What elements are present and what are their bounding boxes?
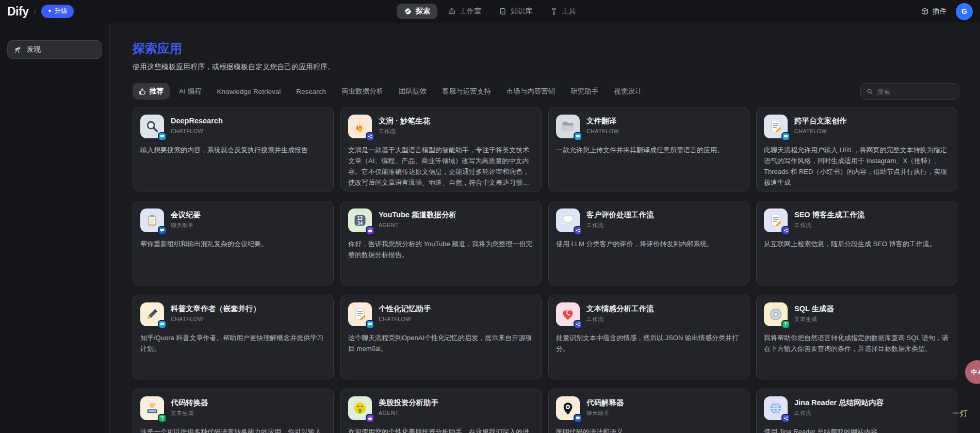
app-card-description: 输入想要搜索的内容，系统就会反复执行搜索并生成报告 [140, 145, 326, 155]
app-card-description: 知乎/Quora 科普文章作者。帮助用户更快理解概念并提供学习计划。 [140, 332, 326, 354]
app-card-title: SQL 生成器 [794, 304, 834, 313]
filter-tab[interactable]: 研究助手 [564, 83, 605, 100]
page-body: 发现 探索应用 使用这些模板应用程序，或根据模板自定义您自己的应用程序。 推荐 … [0, 23, 980, 433]
app-icon [348, 302, 372, 326]
app-card-title: 客户评价处理工作流 [586, 210, 654, 219]
app-card-type: 工作流 [379, 128, 430, 135]
app-card[interactable]: 文件翻译 CHATFLOW 一款允许您上传文件并将其翻译成任意所需语言的应用。 [548, 107, 749, 191]
topnav-item-探索[interactable]: 探索 [397, 4, 437, 19]
app-type-badge-icon [781, 132, 790, 141]
app-card[interactable]: 代码解释器 聊天助手 阐明代码的语法和语义。 [548, 389, 749, 433]
app-type-badge-icon [574, 226, 582, 235]
app-type-badge-icon [781, 320, 790, 329]
app-type-badge-icon [158, 320, 167, 329]
sidebar-item-discover[interactable]: 发现 [7, 40, 102, 59]
nav-icon [499, 7, 507, 15]
app-card-title: YouTube 频道数据分析 [379, 210, 456, 219]
filter-tab[interactable]: 推荐 [133, 83, 170, 100]
app-card-description: 批量识别文本中蕴含的情感，然后以 JSON 输出情感分类并打分。 [556, 332, 742, 354]
thumb-up-icon [139, 88, 146, 95]
app-card-type: 文本生成 [794, 316, 834, 323]
filter-tabs: 推荐 AI 编程 Knowledge Retrieval Research 商业… [133, 83, 648, 100]
app-card[interactable]: Jina Reader 总结网站内容 工作流 使用 Jina Reader 总结… [756, 389, 957, 433]
app-card[interactable]: 文润 · 妙笔生花 工作流 文润是一款基于大型语言模型的智能助手，专注于将英文技… [340, 107, 542, 191]
app-card-description: 帮你重新组织和输出混乱复杂的会议纪要。 [140, 238, 326, 249]
app-icon [140, 302, 164, 326]
filter-tab[interactable]: AI 编程 [173, 83, 208, 100]
search-box [860, 83, 959, 100]
plugins-label: 插件 [933, 7, 946, 16]
app-icon [556, 209, 580, 232]
page-subtitle: 使用这些模板应用程序，或根据模板自定义您自己的应用程序。 [133, 62, 959, 72]
sidebar: 发现 [0, 23, 110, 433]
app-type-badge-icon [366, 132, 374, 141]
app-icon [140, 209, 164, 232]
filter-tab[interactable]: 市场与内容营销 [500, 83, 562, 100]
app-card-title: 代码解释器 [586, 398, 624, 407]
app-card-description: 此聊天流程允许用户输入 URL，将网页的完整文本转换为指定语气的写作风格，同时生… [764, 145, 950, 188]
filter-tab[interactable]: 团队提效 [393, 83, 433, 100]
app-card-description: 一款允许您上传文件并将其翻译成任意所需语言的应用。 [556, 145, 742, 155]
upgrade-button[interactable]: ✦ 升级 [41, 5, 74, 18]
app-icon: 1234 [348, 209, 372, 232]
app-card[interactable]: DeepResearch CHATFLOW 输入想要搜索的内容，系统就会反复执行… [133, 107, 334, 191]
app-type-badge-icon [366, 414, 374, 423]
topnav-item-工具[interactable]: 工具 [543, 4, 583, 19]
app-card-title: Jina Reader 总结网站内容 [794, 398, 884, 407]
app-card[interactable]: 文本情感分析工作流 工作流 批量识别文本中蕴含的情感，然后以 JSON 输出情感… [548, 295, 749, 379]
app-card-description: 欢迎使用您的个性化美股投资分析助手，在这里我们深入的进行股票分析，为您提供全面的… [348, 426, 534, 433]
app-icon [140, 115, 164, 138]
filter-tab[interactable]: 视觉设计 [608, 83, 648, 100]
app-card-description: 使用 Jina Reader 总结爬取的网站内容。 [764, 426, 950, 433]
logo-divider: / [34, 7, 36, 16]
filter-row: 推荐 AI 编程 Knowledge Retrieval Research 商业… [133, 83, 959, 100]
app-type-badge-icon [574, 132, 582, 141]
topnav-item-知识库[interactable]: 知识库 [492, 4, 540, 19]
topnav-item-工作室[interactable]: 工作室 [440, 4, 488, 19]
app-card-description: 这是一个可以提供多种代码语言转换能力的应用，你可以输入你希望转换的代码片段，选择… [140, 426, 326, 433]
sidebar-item-label: 发现 [27, 45, 41, 54]
app-card-title: 会议纪要 [171, 210, 201, 219]
app-card[interactable]: 1234 YouTube 频道数据分析 AGENT 你好，告诉我您想分析的 Yo… [340, 201, 542, 285]
nav-icon [550, 7, 558, 15]
app-type-badge-icon [366, 320, 374, 329]
app-card-type: AGENT [379, 410, 438, 416]
app-type-badge-icon [781, 226, 790, 235]
dify-explore-page: Dify / ✦ 升级 探索 工作室 知识库 工具 插件 G [0, 0, 980, 433]
app-type-badge-icon [366, 226, 374, 235]
app-card-title: 代码转换器 [171, 398, 208, 407]
avatar[interactable]: G [956, 3, 973, 20]
filter-tab[interactable]: 客服与运营支持 [436, 83, 497, 100]
app-card-description: 我将帮助你把自然语言转化成指定的数据库查询 SQL 语句，请在下方输入你需要查询… [764, 332, 950, 354]
app-card-type: AGENT [379, 222, 456, 228]
app-type-badge-icon [574, 320, 582, 329]
app-card[interactable]: 科普文章作者（嵌套并行） CHATFLOW 知乎/Quora 科普文章作者。帮助… [133, 295, 334, 379]
app-card-type: CHATFLOW [794, 128, 847, 134]
app-card-description: 这个聊天流程受到OpenAI个性化记忆的启发，提示来自开源项目 mem0ai。 [348, 332, 534, 354]
search-input[interactable] [877, 88, 954, 95]
app-card[interactable]: 个性化记忆助手 CHATFLOW 这个聊天流程受到OpenAI个性化记忆的启发，… [340, 295, 542, 379]
app-card-type: 工作流 [794, 222, 864, 229]
app-card-type: 文本生成 [171, 410, 208, 417]
page-title: 探索应用 [133, 40, 959, 57]
plugins-button[interactable]: 插件 [921, 7, 946, 16]
filter-tab[interactable]: Knowledge Retrieval [211, 84, 287, 99]
app-card[interactable]: 美股投资分析助手 AGENT 欢迎使用您的个性化美股投资分析助手，在这里我们深入… [340, 389, 542, 433]
app-card-title: 文本情感分析工作流 [586, 304, 654, 313]
app-icon [556, 115, 580, 138]
app-card-type: CHATFLOW [379, 316, 431, 322]
app-icon [764, 209, 788, 232]
app-type-badge-icon [781, 414, 790, 423]
app-card[interactable]: 跨平台文案创作 CHATFLOW 此聊天流程允许用户输入 URL，将网页的完整文… [756, 107, 957, 191]
app-card-title: 美股投资分析助手 [379, 398, 438, 407]
app-card[interactable]: 代码转换器 文本生成 这是一个可以提供多种代码语言转换能力的应用，你可以输入你希… [133, 389, 334, 433]
filter-tab[interactable]: 商业数据分析 [335, 83, 389, 100]
app-card[interactable]: SQL 生成器 文本生成 我将帮助你把自然语言转化成指定的数据库查询 SQL 语… [756, 295, 957, 379]
app-card[interactable]: 会议纪要 聊天助手 帮你重新组织和输出混乱复杂的会议纪要。 [133, 201, 334, 285]
app-card-title: 跨平台文案创作 [794, 116, 847, 125]
filter-tab[interactable]: Research [290, 84, 332, 99]
app-card-type: 聊天助手 [171, 222, 201, 229]
app-card[interactable]: 客户评价处理工作流 工作流 使用 LLM 分类客户的评价，将评价转发到内部系统。 [548, 201, 749, 285]
app-card-title: 文润 · 妙笔生花 [379, 116, 430, 125]
app-card[interactable]: SEO 博客生成工作流 工作流 从互联网上检索信息，随后分段生成 SEO 博客的… [756, 201, 957, 285]
